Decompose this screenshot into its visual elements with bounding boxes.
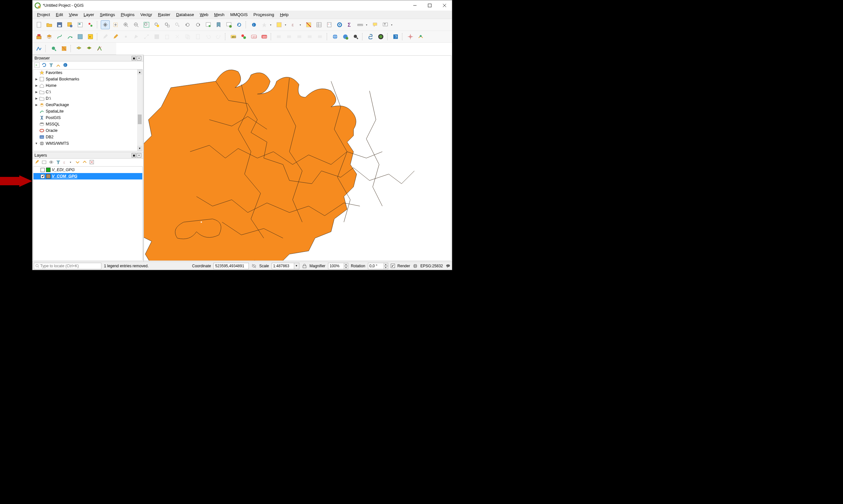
menu-view[interactable]: View bbox=[66, 12, 81, 18]
messages-icon[interactable] bbox=[445, 264, 451, 269]
processing-toolbox-button[interactable] bbox=[335, 20, 344, 29]
identify-button[interactable]: i bbox=[249, 20, 259, 29]
python-console-button[interactable] bbox=[366, 32, 375, 41]
menu-processing[interactable]: Processing bbox=[251, 12, 277, 18]
select-expression-button[interactable]: ε bbox=[289, 20, 298, 29]
coord-input[interactable] bbox=[213, 263, 249, 269]
refresh-browser-icon[interactable] bbox=[41, 62, 47, 68]
rotation-spin[interactable]: ▲▼ bbox=[368, 263, 388, 269]
undo-button[interactable] bbox=[204, 32, 213, 41]
open-project-button[interactable] bbox=[45, 20, 54, 29]
paste-button[interactable] bbox=[193, 32, 203, 41]
expand-all-icon[interactable] bbox=[75, 160, 80, 165]
statistics-button[interactable]: Σ bbox=[345, 20, 354, 29]
save-as-button[interactable] bbox=[65, 20, 74, 29]
metasearch-button[interactable] bbox=[331, 32, 339, 41]
vector-tool-6[interactable] bbox=[95, 44, 104, 53]
select-button[interactable] bbox=[275, 20, 284, 29]
menu-raster[interactable]: Raster bbox=[156, 12, 173, 18]
label-pin-button[interactable]: abc bbox=[260, 32, 269, 41]
action-button[interactable] bbox=[260, 20, 269, 29]
add-feature-button[interactable] bbox=[121, 32, 130, 41]
browser-item-bookmarks[interactable]: ▶Spatial Bookmarks bbox=[34, 76, 142, 82]
new-virtual-button[interactable] bbox=[76, 32, 85, 41]
collapse-browser-icon[interactable] bbox=[56, 62, 61, 68]
layer-row-edi[interactable]: V_EDI_GPG bbox=[34, 167, 142, 173]
zoom-in-button[interactable] bbox=[121, 20, 130, 29]
browser-item-c[interactable]: ▶C:\ bbox=[34, 89, 142, 95]
filter-expression-icon[interactable]: ε bbox=[63, 160, 68, 165]
browser-item-db2[interactable]: DB2DB2 bbox=[34, 134, 142, 140]
menu-edit[interactable]: Edit bbox=[53, 12, 65, 18]
menu-layer[interactable]: Layer bbox=[81, 12, 97, 18]
vector-tool-3[interactable] bbox=[59, 44, 69, 53]
extents-icon[interactable] bbox=[251, 264, 257, 269]
browser-item-mssql[interactable]: MSSQL bbox=[34, 121, 142, 127]
new-bookmark-button[interactable] bbox=[214, 20, 223, 29]
layers-undock-button[interactable]: ▣ bbox=[131, 153, 136, 158]
save-edits-button[interactable] bbox=[111, 32, 120, 41]
crs-icon[interactable] bbox=[412, 264, 418, 269]
menu-project[interactable]: Project bbox=[34, 12, 52, 18]
add-layer-icon[interactable]: + bbox=[34, 62, 40, 68]
pan-to-selection-button[interactable] bbox=[111, 20, 120, 29]
browser-item-favorites[interactable]: Favorites bbox=[34, 70, 142, 76]
lock-icon[interactable] bbox=[302, 264, 307, 269]
change-label-button[interactable] bbox=[316, 32, 325, 41]
filter-legend-icon[interactable] bbox=[56, 160, 61, 165]
diagram-button[interactable] bbox=[239, 32, 248, 41]
menu-settings[interactable]: Settings bbox=[97, 12, 118, 18]
style-manager-button[interactable] bbox=[86, 20, 95, 29]
map-tips-button[interactable] bbox=[370, 20, 380, 29]
new-geopackage-button[interactable] bbox=[45, 32, 54, 41]
vector-tool-4[interactable] bbox=[74, 44, 83, 53]
deselect-button[interactable] bbox=[304, 20, 313, 29]
menu-mesh[interactable]: Mesh bbox=[211, 12, 227, 18]
chevron-down-icon[interactable]: ▼ bbox=[294, 263, 299, 269]
move-feature-button[interactable] bbox=[131, 32, 141, 41]
browser-item-home[interactable]: ▶Home bbox=[34, 82, 142, 89]
vector-tool-5[interactable] bbox=[85, 44, 94, 53]
filter-browser-icon[interactable] bbox=[49, 62, 54, 68]
magnifier-spin[interactable]: ▲▼ bbox=[328, 263, 348, 269]
vector-tool-2[interactable] bbox=[49, 44, 58, 53]
hide-label-button[interactable] bbox=[305, 32, 315, 41]
pan-button[interactable] bbox=[101, 20, 110, 29]
menu-plugins[interactable]: Plugins bbox=[118, 12, 137, 18]
browser-item-geopackage[interactable]: ▶GeoPackage bbox=[34, 102, 142, 108]
osm-button[interactable] bbox=[376, 32, 385, 41]
temporal-button[interactable] bbox=[224, 20, 233, 29]
browser-close-button[interactable]: × bbox=[137, 56, 141, 60]
browser-item-postgis[interactable]: PostGIS bbox=[34, 114, 142, 121]
browser-tree[interactable]: Favorites ▶Spatial Bookmarks ▶Home ▶C:\ … bbox=[33, 69, 143, 151]
layer-row-com[interactable]: ✔ V_COM_GPG bbox=[34, 173, 142, 179]
print-layout-button[interactable] bbox=[76, 20, 85, 29]
delete-button[interactable] bbox=[162, 32, 172, 41]
layer-style-icon[interactable] bbox=[34, 160, 40, 165]
copy-button[interactable] bbox=[183, 32, 192, 41]
maximize-button[interactable] bbox=[422, 1, 437, 10]
show-label-button[interactable] bbox=[295, 32, 304, 41]
save-project-button[interactable] bbox=[55, 20, 64, 29]
manage-visibility-icon[interactable] bbox=[49, 160, 54, 165]
menu-help[interactable]: Help bbox=[278, 12, 291, 18]
new-shapefile-button[interactable] bbox=[55, 32, 64, 41]
help-button[interactable]: ? bbox=[391, 32, 400, 41]
browser-item-d[interactable]: ▶D:\ bbox=[34, 95, 142, 102]
zoom-full-button[interactable] bbox=[142, 20, 151, 29]
locator[interactable] bbox=[34, 263, 101, 269]
remove-layer-icon[interactable] bbox=[89, 160, 94, 165]
nominatim-button[interactable] bbox=[351, 32, 360, 41]
locator-input[interactable] bbox=[40, 264, 100, 268]
layer-checkbox[interactable] bbox=[40, 168, 45, 172]
measure-button[interactable] bbox=[356, 20, 365, 29]
toggle-editing-button[interactable] bbox=[101, 32, 110, 41]
render-checkbox[interactable]: ✔ bbox=[391, 264, 395, 268]
minimize-button[interactable] bbox=[407, 1, 422, 10]
layers-close-button[interactable]: × bbox=[137, 153, 141, 158]
vector-tool-1[interactable] bbox=[34, 44, 43, 53]
layer-checkbox[interactable]: ✔ bbox=[40, 174, 45, 179]
new-map-view-button[interactable] bbox=[204, 20, 213, 29]
zoom-last-button[interactable] bbox=[183, 20, 192, 29]
zoom-selection-button[interactable] bbox=[152, 20, 161, 29]
